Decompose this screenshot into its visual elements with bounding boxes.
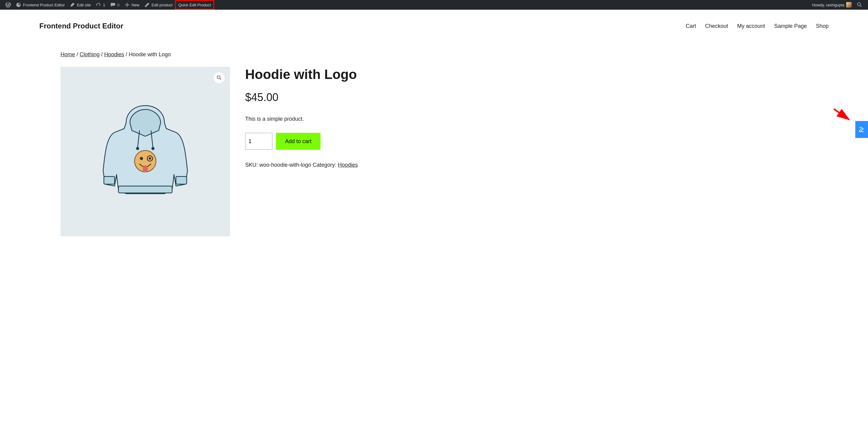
new-label: New (132, 3, 140, 7)
edit-product-label: Edit product (152, 3, 173, 7)
primary-nav: Cart Checkout My account Sample Page Sho… (686, 23, 829, 29)
updates-icon (96, 2, 101, 7)
admin-updates[interactable]: 1 (93, 0, 107, 10)
magnify-icon (217, 75, 221, 80)
svg-rect-6 (176, 176, 186, 184)
comment-icon (110, 2, 116, 7)
svg-rect-5 (104, 176, 115, 184)
admin-edit-product[interactable]: Edit product (142, 0, 175, 10)
svg-point-3 (152, 147, 154, 150)
svg-point-8 (140, 157, 143, 160)
edit-icon (858, 126, 865, 133)
svg-point-10 (149, 157, 151, 160)
edit-site-icon (70, 2, 75, 7)
product-title: Hoodie with Logo (245, 67, 807, 82)
updates-count: 1 (103, 3, 105, 7)
wp-admin-bar: Frontend Product Editor Edit site 1 0 Ne… (0, 0, 868, 10)
admin-user-greeting[interactable]: Howdy, rashigupta (810, 0, 854, 10)
breadcrumb-hoodies[interactable]: Hoodies (104, 52, 124, 58)
breadcrumb-sep: / (76, 52, 80, 58)
add-to-cart-row: Add to cart (245, 133, 807, 150)
svg-rect-4 (118, 186, 172, 193)
admin-site-name: Frontend Product Editor (23, 3, 65, 7)
edit-site-label: Edit site (77, 3, 91, 7)
product-summary: Hoodie with Logo $45.00 This is a simple… (245, 67, 807, 236)
product-meta: SKU: woo-hoodie-with-logo Category: Hood… (245, 162, 807, 168)
search-icon (857, 2, 863, 8)
zoom-button[interactable] (214, 72, 224, 83)
user-avatar (846, 2, 851, 7)
quick-edit-product-label: Quick Edit Product (178, 3, 211, 7)
dashboard-icon (16, 2, 21, 7)
add-to-cart-button[interactable]: Add to cart (276, 133, 320, 150)
quantity-input[interactable] (245, 133, 272, 150)
svg-point-2 (136, 147, 139, 150)
admin-new[interactable]: New (122, 0, 142, 10)
wordpress-icon (5, 2, 11, 7)
nav-account[interactable]: My account (737, 23, 765, 29)
breadcrumb: Home / Clothing / Hoodies / Hoodie with … (61, 52, 807, 58)
emoji-logo (135, 151, 156, 172)
frontend-edit-tab[interactable] (855, 121, 868, 138)
plus-icon (124, 2, 130, 7)
svg-point-0 (217, 76, 220, 79)
nav-sample[interactable]: Sample Page (774, 23, 807, 29)
comments-count: 0 (117, 3, 120, 7)
admin-bar-left: Frontend Product Editor Edit site 1 0 Ne… (3, 0, 214, 10)
breadcrumb-home[interactable]: Home (61, 52, 75, 58)
breadcrumb-current: Hoodie with Logo (129, 52, 171, 58)
greeting-text: Howdy, rashigupta (812, 3, 844, 7)
breadcrumb-sep: / (101, 52, 104, 58)
admin-search[interactable] (854, 0, 865, 10)
product-gallery[interactable] (61, 67, 230, 236)
nav-checkout[interactable]: Checkout (705, 23, 728, 29)
nav-cart[interactable]: Cart (686, 23, 696, 29)
admin-quick-edit-product[interactable]: Quick Edit Product (175, 0, 214, 10)
svg-point-11 (143, 165, 148, 172)
category-label: Category: (311, 162, 338, 168)
svg-line-1 (220, 78, 221, 79)
nav-shop[interactable]: Shop (816, 23, 829, 29)
admin-bar-right: Howdy, rashigupta (810, 0, 865, 10)
product-image-hoodie (88, 94, 203, 209)
sku-label: SKU: (245, 162, 259, 168)
product-container: Hoodie with Logo $45.00 This is a simple… (61, 67, 807, 236)
site-header: Frontend Product Editor Cart Checkout My… (0, 10, 868, 36)
admin-comments[interactable]: 0 (108, 0, 122, 10)
main-content: Home / Clothing / Hoodies / Hoodie with … (0, 36, 868, 236)
sku-value: woo-hoodie-with-logo (259, 162, 311, 168)
breadcrumb-clothing[interactable]: Clothing (80, 52, 100, 58)
admin-site-link[interactable]: Frontend Product Editor (13, 0, 67, 10)
wp-logo[interactable] (3, 0, 13, 10)
product-price: $45.00 (245, 91, 807, 104)
admin-edit-site[interactable]: Edit site (67, 0, 93, 10)
site-title[interactable]: Frontend Product Editor (39, 22, 123, 30)
product-description: This is a simple product. (245, 116, 807, 122)
category-link[interactable]: Hoodies (338, 162, 358, 168)
pencil-icon (144, 2, 150, 7)
breadcrumb-sep: / (126, 52, 129, 58)
